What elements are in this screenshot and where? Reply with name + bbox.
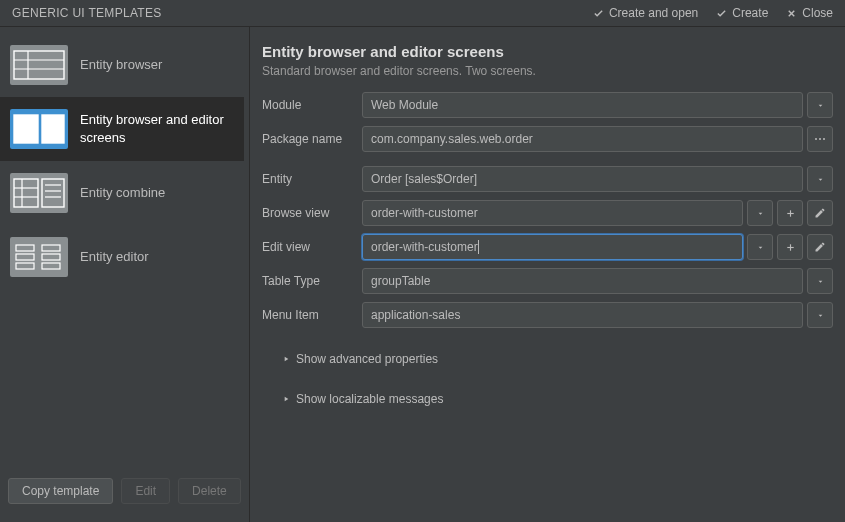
ellipsis-icon xyxy=(814,137,826,141)
delete-template-button[interactable]: Delete xyxy=(178,478,241,504)
field-label: Package name xyxy=(262,132,352,146)
plus-icon xyxy=(785,242,796,253)
chevron-down-icon xyxy=(816,175,825,184)
content-panel: Entity browser and editor screens Standa… xyxy=(250,27,845,522)
svg-point-32 xyxy=(815,138,817,140)
template-item-label: Entity browser and editor screens xyxy=(80,111,234,146)
svg-rect-12 xyxy=(42,115,64,143)
create-and-open-button[interactable]: Create and open xyxy=(593,6,698,20)
table-type-dropdown[interactable]: groupTable xyxy=(362,268,803,294)
titlebar: GENERIC UI TEMPLATES Create and open Cre… xyxy=(0,0,845,27)
field-row-module: Module Web Module xyxy=(262,92,833,118)
sidebar-buttons: Copy template Edit Delete xyxy=(0,468,249,516)
table-type-dropdown-toggle[interactable] xyxy=(807,268,833,294)
menu-item-dropdown-toggle[interactable] xyxy=(807,302,833,328)
template-item-label: Entity browser xyxy=(80,56,162,74)
create-and-open-label: Create and open xyxy=(609,6,698,20)
expander-localizable-messages[interactable]: Show localizable messages xyxy=(262,384,833,414)
svg-point-33 xyxy=(819,138,821,140)
svg-rect-25 xyxy=(10,237,68,277)
copy-template-button[interactable]: Copy template xyxy=(8,478,113,504)
pencil-icon xyxy=(814,241,826,253)
create-label: Create xyxy=(732,6,768,20)
edit-view-add-button[interactable] xyxy=(777,234,803,260)
close-button[interactable]: Close xyxy=(786,6,833,20)
edit-view-edit-button[interactable] xyxy=(807,234,833,260)
template-list: Entity browser Entity browser an xyxy=(0,33,249,468)
browse-view-dropdown[interactable]: order-with-customer xyxy=(362,200,743,226)
template-sidebar: Entity browser Entity browser an xyxy=(0,27,250,522)
template-item-entity-browser-editor[interactable]: Entity browser and editor screens xyxy=(0,97,244,161)
template-item-label: Entity combine xyxy=(80,184,165,202)
pencil-icon xyxy=(814,207,826,219)
chevron-down-icon xyxy=(756,209,765,218)
chevron-down-icon xyxy=(816,277,825,286)
field-value: Web Module xyxy=(371,98,438,112)
expander-label: Show localizable messages xyxy=(296,392,443,406)
plus-icon xyxy=(785,208,796,219)
titlebar-actions: Create and open Create Close xyxy=(593,6,833,20)
field-value: groupTable xyxy=(371,274,430,288)
field-row-entity: Entity Order [sales$Order] xyxy=(262,166,833,192)
dialog-title: GENERIC UI TEMPLATES xyxy=(12,6,162,20)
expander-label: Show advanced properties xyxy=(296,352,438,366)
template-item-entity-editor[interactable]: Entity editor xyxy=(0,225,244,289)
entity-dropdown-toggle[interactable] xyxy=(807,166,833,192)
field-row-table-type: Table Type groupTable xyxy=(262,268,833,294)
field-row-browse-view: Browse view order-with-customer xyxy=(262,200,833,226)
field-label: Module xyxy=(262,98,352,112)
field-row-edit-view: Edit view order-with-customer xyxy=(262,234,833,260)
expand-right-icon xyxy=(282,395,290,403)
panel-title: Entity browser and editor screens xyxy=(262,43,833,60)
field-value: com.company.sales.web.order xyxy=(371,132,533,146)
field-value: order-with-customer xyxy=(371,240,479,255)
menu-item-dropdown[interactable]: application-sales xyxy=(362,302,803,328)
edit-view-dropdown-toggle[interactable] xyxy=(747,234,773,260)
check-icon xyxy=(593,8,604,19)
template-item-entity-browser[interactable]: Entity browser xyxy=(0,33,244,97)
field-label: Browse view xyxy=(262,206,352,220)
field-label: Entity xyxy=(262,172,352,186)
entity-dropdown[interactable]: Order [sales$Order] xyxy=(362,166,803,192)
browse-view-dropdown-toggle[interactable] xyxy=(747,200,773,226)
browse-view-edit-button[interactable] xyxy=(807,200,833,226)
module-dropdown-toggle[interactable] xyxy=(807,92,833,118)
template-thumb-icon xyxy=(10,109,68,149)
chevron-down-icon xyxy=(816,101,825,110)
field-value: application-sales xyxy=(371,308,460,322)
field-row-menu-item: Menu Item application-sales xyxy=(262,302,833,328)
panel-subtitle: Standard browser and editor screens. Two… xyxy=(262,64,833,78)
template-item-label: Entity editor xyxy=(80,248,149,266)
package-browse-button[interactable] xyxy=(807,126,833,152)
field-value: order-with-customer xyxy=(371,206,478,220)
chevron-down-icon xyxy=(756,243,765,252)
expand-right-icon xyxy=(282,355,290,363)
expander-advanced-properties[interactable]: Show advanced properties xyxy=(262,344,833,374)
package-name-input[interactable]: com.company.sales.web.order xyxy=(362,126,803,152)
field-label: Edit view xyxy=(262,240,352,254)
edit-view-dropdown[interactable]: order-with-customer xyxy=(362,234,743,260)
template-thumb-icon xyxy=(10,237,68,277)
template-item-entity-combine[interactable]: Entity combine xyxy=(0,161,244,225)
template-thumb-icon xyxy=(10,45,68,85)
svg-rect-8 xyxy=(14,115,38,143)
field-value: Order [sales$Order] xyxy=(371,172,477,186)
check-icon xyxy=(716,8,727,19)
create-button[interactable]: Create xyxy=(716,6,768,20)
close-label: Close xyxy=(802,6,833,20)
edit-template-button[interactable]: Edit xyxy=(121,478,170,504)
module-dropdown[interactable]: Web Module xyxy=(362,92,803,118)
template-thumb-icon xyxy=(10,173,68,213)
close-icon xyxy=(786,8,797,19)
field-label: Menu Item xyxy=(262,308,352,322)
svg-point-34 xyxy=(823,138,825,140)
chevron-down-icon xyxy=(816,311,825,320)
field-row-package: Package name com.company.sales.web.order xyxy=(262,126,833,152)
field-label: Table Type xyxy=(262,274,352,288)
browse-view-add-button[interactable] xyxy=(777,200,803,226)
